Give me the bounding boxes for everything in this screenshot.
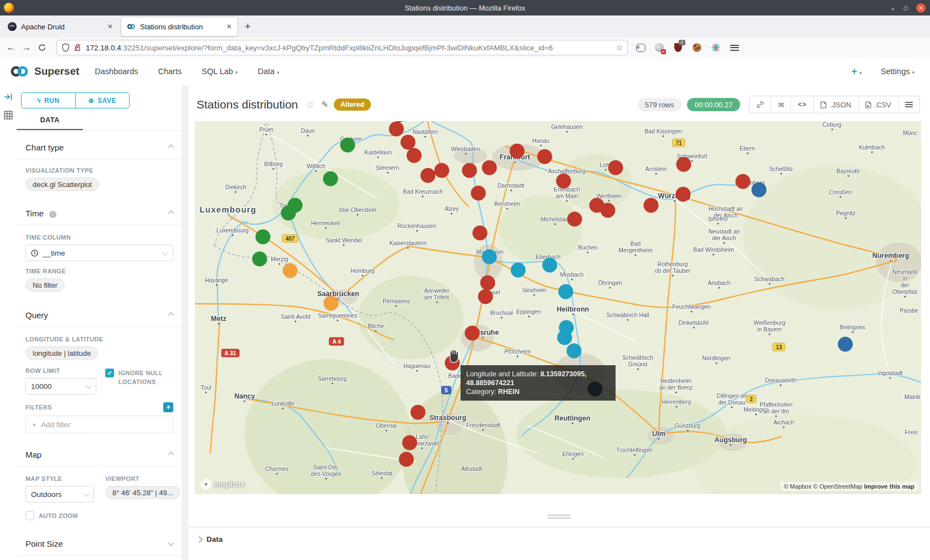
scatter-point-red[interactable]: [510, 144, 525, 159]
nav-dashboards[interactable]: Dashboards: [95, 67, 138, 76]
scatter-point-red[interactable]: [462, 163, 477, 178]
window-maximize-icon[interactable]: ◇: [903, 4, 908, 11]
scatter-point-cyan[interactable]: [511, 263, 526, 278]
section-chart-type[interactable]: Chart type: [17, 143, 182, 152]
panel-resize-handle[interactable]: [547, 513, 571, 520]
scatter-point-cyan[interactable]: [542, 258, 557, 273]
url-bar[interactable]: 172.18.0.4:32251/superset/explore/?form_…: [56, 40, 628, 55]
add-filter-box[interactable]: + Add filter: [25, 416, 173, 433]
scatter-point-red[interactable]: [465, 326, 480, 341]
scatter-point-red[interactable]: [411, 405, 426, 420]
settings-menu[interactable]: Settings▾: [881, 67, 914, 76]
section-point-size[interactable]: Point Size: [17, 539, 182, 548]
scatter-point-red[interactable]: [736, 174, 751, 189]
scatter-point-cyan[interactable]: [557, 330, 572, 345]
export-json-button[interactable]: .JSON: [813, 96, 857, 113]
embed-code-button[interactable]: <>: [790, 96, 813, 113]
new-tab-button[interactable]: +: [245, 20, 251, 33]
section-query[interactable]: Query: [17, 310, 182, 320]
forward-button[interactable]: →: [19, 42, 34, 53]
scatter-point-red[interactable]: [478, 289, 493, 304]
favorite-star-icon[interactable]: ☆: [306, 98, 314, 111]
scatter-point-red[interactable]: [402, 435, 417, 450]
scatter-point-green[interactable]: [281, 206, 296, 221]
nav-sql-lab[interactable]: SQL Lab▾: [202, 67, 237, 76]
scatter-point-red[interactable]: [480, 276, 495, 291]
scatter-point-red[interactable]: [644, 198, 659, 213]
email-button[interactable]: ✉: [771, 96, 790, 113]
export-csv-button[interactable]: .CSV: [858, 96, 898, 113]
scatter-point-orange[interactable]: [324, 296, 339, 311]
scatter-point-red[interactable]: [389, 122, 404, 137]
tab-close-icon[interactable]: ✕: [226, 23, 232, 30]
menu-icon[interactable]: [730, 43, 740, 53]
scatter-point-green[interactable]: [323, 172, 338, 186]
attrib-improve-link[interactable]: Improve this map: [864, 483, 914, 490]
row-limit-select[interactable]: 10000: [25, 378, 96, 395]
pocket-icon[interactable]: ∨: [636, 43, 645, 53]
scatter-point-red[interactable]: [608, 160, 623, 175]
section-time[interactable]: Time i: [17, 209, 182, 218]
scatter-point-cyan[interactable]: [482, 250, 497, 265]
scatter-point-cyan[interactable]: [559, 284, 574, 299]
scatter-point-red[interactable]: [676, 157, 691, 172]
scatter-point-steel[interactable]: [838, 337, 853, 352]
edit-properties-icon[interactable]: ✎: [321, 100, 328, 110]
scatter-point-red[interactable]: [473, 226, 488, 241]
section-map[interactable]: Map: [17, 450, 182, 459]
scatter-point-red[interactable]: [482, 160, 497, 175]
window-minimize-icon[interactable]: ⌄: [890, 4, 896, 11]
chart-menu-button[interactable]: [898, 96, 919, 113]
url-text[interactable]: 172.18.0.4:32251/superset/explore/?form_…: [86, 44, 616, 52]
run-button[interactable]: ϟRUN: [22, 93, 76, 108]
sparkle-extension-icon[interactable]: [711, 43, 721, 53]
add-filter-plus-button[interactable]: +: [163, 402, 173, 412]
bookmark-star-icon[interactable]: ☆: [616, 43, 623, 52]
scatter-point-green[interactable]: [256, 230, 271, 245]
tab-close-icon[interactable]: ✕: [107, 23, 113, 30]
nav-charts[interactable]: Charts: [158, 67, 182, 76]
time-column-select[interactable]: __time: [25, 245, 173, 261]
deckgl-scatter-map[interactable]: PrümDaunNastättenGelnhausenHanauBad Kiss…: [195, 121, 921, 494]
ignore-null-checkbox[interactable]: ✓: [105, 369, 114, 377]
tab-data[interactable]: DATA: [17, 116, 83, 129]
wappalyzer-icon[interactable]: 2: [673, 43, 683, 53]
scatter-point-orange[interactable]: [283, 263, 298, 278]
datasource-grid-icon[interactable]: [4, 111, 17, 122]
reload-button[interactable]: [34, 44, 50, 51]
scatter-point-green[interactable]: [340, 138, 355, 153]
scatter-point-red[interactable]: [407, 148, 422, 163]
scatter-point-steel[interactable]: [752, 183, 767, 198]
scatter-point-red[interactable]: [399, 452, 414, 467]
scatter-point-red[interactable]: [421, 168, 436, 183]
scatter-point-red[interactable]: [601, 203, 616, 218]
scatter-point-red[interactable]: [538, 149, 552, 164]
account-extension-icon[interactable]: ✕: [654, 43, 664, 53]
scatter-point-red[interactable]: [676, 187, 691, 202]
viz-type-pill[interactable]: deck.gl Scatterplot: [25, 178, 99, 191]
scatter-point-red[interactable]: [435, 163, 450, 178]
mapbox-logo[interactable]: ✦ mapbox: [200, 479, 245, 490]
tab-apache-druid[interactable]: Apache Druid ✕: [2, 17, 118, 36]
auto-zoom-checkbox[interactable]: [25, 511, 34, 520]
data-panel-toggle[interactable]: Data: [197, 535, 930, 543]
scatter-point-red[interactable]: [471, 186, 486, 201]
tab-stations-distribution[interactable]: Stations distribution ✕: [121, 17, 238, 37]
scatter-point-red[interactable]: [567, 212, 582, 227]
cookie-extension-icon[interactable]: [692, 43, 702, 53]
attrib-mapbox[interactable]: © Mapbox: [784, 483, 813, 490]
window-close-icon[interactable]: ✕: [916, 3, 926, 13]
time-range-pill[interactable]: No filter: [25, 278, 65, 292]
scatter-point-green[interactable]: [252, 252, 267, 267]
scatter-point-red[interactable]: [556, 174, 571, 189]
viewport-pill[interactable]: 8° 46' 45.28" | 49...: [105, 486, 180, 499]
add-new-button[interactable]: +▾: [851, 66, 862, 77]
attrib-osm[interactable]: © OpenStreetMap: [813, 483, 864, 490]
map-style-select[interactable]: Outdoors: [25, 486, 94, 502]
insecure-lock-icon[interactable]: [74, 43, 81, 52]
shield-permissions-icon[interactable]: [61, 43, 70, 52]
scatter-point-red[interactable]: [401, 135, 416, 150]
collapse-panel-icon[interactable]: [4, 93, 17, 103]
scatter-point-cyan[interactable]: [567, 344, 582, 359]
superset-logo[interactable]: Superset: [9, 65, 79, 78]
